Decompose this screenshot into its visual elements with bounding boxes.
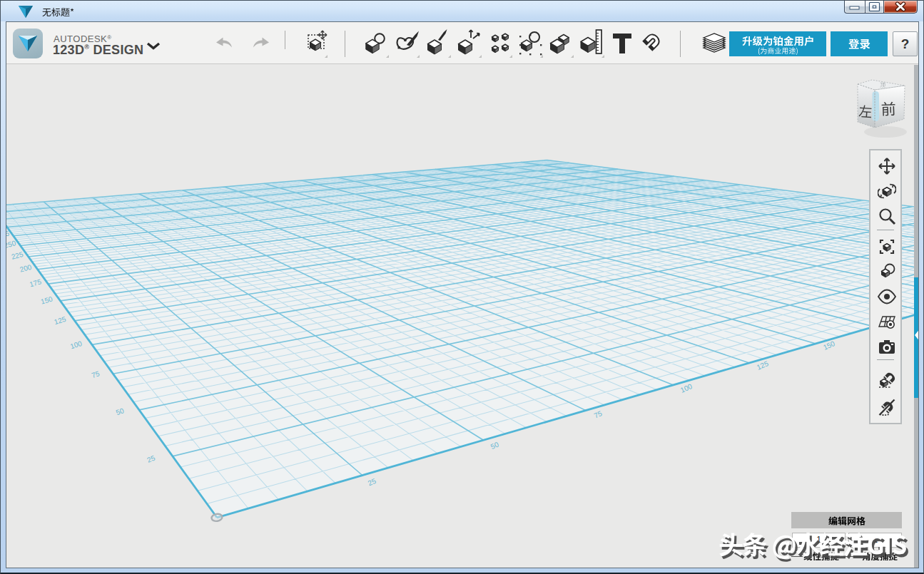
svg-text:175: 175	[29, 277, 42, 288]
svg-text:200: 200	[19, 263, 33, 274]
svg-text:25: 25	[146, 453, 156, 464]
svg-text:150: 150	[40, 294, 54, 305]
svg-text:50: 50	[489, 440, 500, 451]
svg-text:100: 100	[69, 339, 83, 351]
svg-text:250: 250	[6, 239, 17, 250]
svg-text:125: 125	[54, 315, 68, 326]
svg-text:100: 100	[679, 382, 694, 394]
svg-text:25: 25	[367, 477, 377, 488]
svg-text:75: 75	[593, 409, 604, 420]
svg-text:75: 75	[91, 369, 101, 379]
svg-text:225: 225	[11, 250, 24, 261]
svg-text:50: 50	[115, 406, 126, 416]
